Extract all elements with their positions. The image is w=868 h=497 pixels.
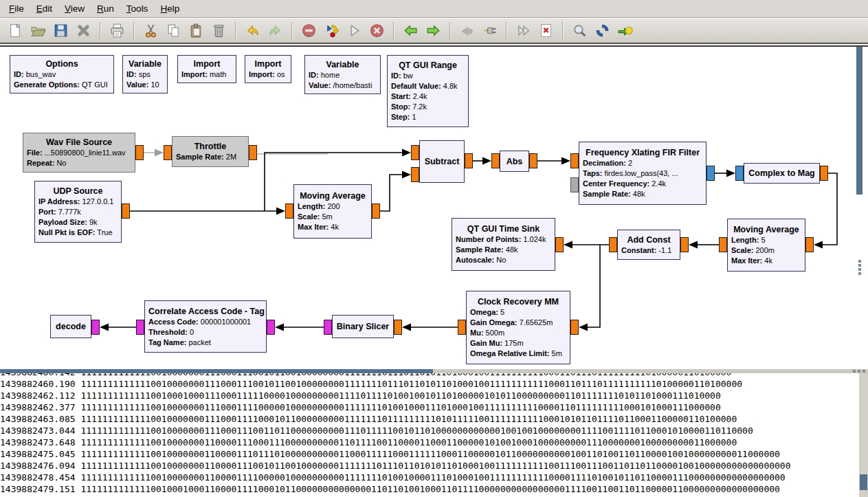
forward-button[interactable]	[422, 20, 445, 41]
page-error-button[interactable]	[535, 20, 557, 41]
print-button[interactable]	[106, 20, 129, 41]
cut-button[interactable]	[140, 20, 162, 41]
port-float[interactable]	[249, 145, 257, 160]
port-float[interactable]	[465, 153, 473, 168]
port-float[interactable]	[285, 203, 293, 219]
block-wav_file_source[interactable]: Wav File SourceFile: ...50890800_linie11…	[23, 133, 135, 173]
block-variable_home[interactable]: VariableID: homeValue: /home/basti	[304, 55, 381, 94]
menu-help[interactable]: Help	[154, 1, 186, 16]
port-byte[interactable]	[267, 320, 275, 335]
back-button[interactable]	[399, 20, 422, 41]
scrollbar-thumb[interactable]	[860, 474, 867, 490]
block-param: Default Value: 4.8k	[391, 81, 465, 91]
port-float[interactable]	[529, 153, 537, 168]
block-param: Max Iter: 4k	[731, 256, 801, 266]
complexity-button[interactable]	[456, 20, 478, 41]
block-abs[interactable]: Abs	[500, 151, 529, 172]
block-title: Moving Average	[298, 190, 368, 201]
block-param: Step: 1	[391, 112, 465, 122]
port-float[interactable]	[411, 167, 419, 182]
toolbar	[0, 19, 868, 44]
menu-tools[interactable]: Tools	[120, 1, 155, 16]
block-param: File: ...50890800_linie11.wav	[27, 148, 131, 158]
refresh-button[interactable]	[591, 20, 614, 41]
port-float[interactable]	[820, 166, 828, 181]
undo-button[interactable]	[241, 20, 264, 41]
port-complex[interactable]	[735, 166, 744, 181]
block-complex_to_mag[interactable]: Complex to Mag	[744, 163, 820, 184]
menu-view[interactable]: View	[58, 1, 91, 16]
reload-icon	[323, 22, 340, 39]
block-udp_source[interactable]: UDP SourceIP Address: 127.0.0.1Port: 7.7…	[34, 181, 122, 243]
canvas-vertical-scrollbar[interactable]	[856, 47, 863, 368]
block-title: Wav File Source	[27, 137, 131, 148]
port-float[interactable]	[680, 237, 689, 252]
skip-button[interactable]	[512, 20, 535, 41]
scrollbar-dots	[853, 370, 865, 373]
port-float[interactable]	[555, 237, 564, 252]
port-byte[interactable]	[324, 320, 332, 335]
block-param: Length: 200	[298, 201, 368, 212]
port-float[interactable]	[719, 237, 727, 252]
block-freq_xlating_fir_filter[interactable]: Frequency Xlating FIR FilterDecimation: …	[579, 142, 706, 205]
errors-icon	[300, 22, 318, 39]
toolbar-separator	[291, 22, 293, 39]
port-float[interactable]	[122, 203, 130, 219]
port-float[interactable]	[491, 153, 500, 168]
save-button[interactable]	[49, 20, 72, 41]
block-moving_average_5[interactable]: Moving AverageLength: 5Scale: 200mMax It…	[727, 219, 805, 272]
block-correlate_access_code_tag[interactable]: Correlate Access Code - TagAccess Code: …	[144, 300, 267, 353]
scrollbar-thumb[interactable]	[0, 369, 433, 373]
menu-run[interactable]: Run	[91, 1, 120, 16]
port-float[interactable]	[411, 145, 419, 160]
block-import_os[interactable]: ImportImport: os	[245, 55, 291, 83]
reload-button[interactable]	[320, 20, 343, 41]
open-button[interactable]	[27, 20, 49, 41]
port-float[interactable]	[570, 153, 579, 168]
close-button[interactable]	[72, 20, 95, 41]
scrollbar-thumb[interactable]	[856, 47, 863, 195]
block-add_const[interactable]: Add ConstConstant: -1.1	[617, 230, 680, 260]
port-float[interactable]	[609, 237, 617, 252]
block-param: Constant: -1.1	[621, 245, 676, 256]
block-throttle[interactable]: ThrottleSample Rate: 2M	[172, 136, 249, 167]
port-float[interactable]	[805, 237, 814, 252]
port-float[interactable]	[135, 145, 144, 160]
menu-edit[interactable]: Edit	[30, 1, 58, 16]
block-options[interactable]: OptionsID: bus_wavGenerate Options: QT G…	[10, 55, 114, 93]
port-float[interactable]	[164, 145, 172, 160]
block-clock_recovery_mm[interactable]: Clock Recovery MMOmega: 5Gain Omega: 7.6…	[466, 291, 570, 364]
block-decode[interactable]: decode	[50, 315, 91, 338]
port-byte[interactable]	[91, 320, 100, 335]
block-import_math[interactable]: ImportImport: math	[177, 55, 236, 83]
redo-button[interactable]	[264, 20, 287, 41]
block-subtract[interactable]: Subtract	[419, 140, 465, 183]
console-vertical-scrollbar[interactable]	[859, 373, 868, 497]
block-moving_average_200[interactable]: Moving AverageLength: 200Scale: 5mMax It…	[293, 184, 372, 239]
port-complex[interactable]	[706, 166, 715, 181]
block-variable_sps[interactable]: VariableID: spsValue: 10	[122, 55, 168, 93]
port-gray[interactable]	[570, 177, 579, 192]
copy-button[interactable]	[162, 20, 185, 41]
delete-button[interactable]	[208, 20, 230, 41]
plug-button[interactable]	[478, 20, 501, 41]
canvas-horizontal-scrollbar[interactable]	[0, 369, 868, 373]
block-qtgui_range[interactable]: QT GUI RangeID: bwDefault Value: 4.8kSta…	[387, 55, 469, 127]
parser-errors-button[interactable]	[614, 20, 636, 41]
block-binary_slicer[interactable]: Binary Slicer	[332, 315, 394, 338]
errors-button[interactable]	[298, 20, 320, 41]
port-float[interactable]	[394, 320, 402, 335]
port-float[interactable]	[372, 203, 380, 219]
port-float[interactable]	[458, 320, 466, 335]
block-qtgui_time_sink[interactable]: QT GUI Time SinkNumber of Points: 1.024k…	[452, 218, 555, 271]
execute-button[interactable]	[343, 20, 366, 41]
paste-button[interactable]	[185, 20, 208, 41]
port-byte[interactable]	[136, 320, 144, 335]
menu-file[interactable]: File	[3, 1, 30, 16]
port-float[interactable]	[570, 320, 579, 335]
new-button[interactable]	[4, 20, 27, 41]
kill-button[interactable]	[366, 20, 388, 41]
block-title: Correlate Access Code - Tag	[148, 306, 263, 317]
find-button[interactable]	[568, 20, 591, 41]
scrollbar-dots	[856, 258, 863, 276]
